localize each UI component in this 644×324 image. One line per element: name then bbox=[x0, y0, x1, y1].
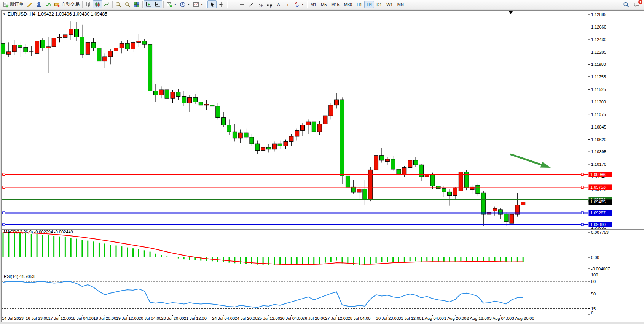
line-handle[interactable] bbox=[3, 223, 5, 226]
time-tick-label: 19 Jul 12:00 bbox=[116, 316, 139, 321]
new-order-button[interactable]: 新订单 bbox=[1, 0, 25, 8]
candle-body bbox=[108, 51, 113, 57]
search-icon bbox=[623, 2, 629, 8]
timeframe-h4[interactable]: H4 bbox=[364, 1, 374, 8]
line-handle[interactable] bbox=[581, 212, 583, 214]
toolbar: 新订单自动交易▼▼▼EFAT▼M1M5M15M30H1H4D1W1MN1 bbox=[0, 0, 644, 9]
candlestick-button[interactable] bbox=[93, 0, 102, 8]
timeframe-h1[interactable]: H1 bbox=[354, 1, 364, 8]
timeframe-mn[interactable]: MN bbox=[395, 1, 406, 8]
time-tick-label: 1 Aug 04:00 bbox=[421, 316, 444, 321]
candle-body bbox=[91, 42, 96, 48]
line-handle[interactable] bbox=[581, 223, 583, 226]
candle-body bbox=[414, 160, 418, 165]
price-tick-label: 1.10620 bbox=[591, 137, 606, 142]
vertical-line-button[interactable] bbox=[228, 0, 238, 8]
timeframe-m15[interactable]: M15 bbox=[329, 1, 341, 8]
resistance-line-1-price-badge: 1.09986 bbox=[589, 172, 612, 177]
candle-body bbox=[153, 91, 158, 95]
price-tick-label: 1.12660 bbox=[591, 25, 606, 29]
candle-body bbox=[289, 136, 293, 142]
candle-body bbox=[402, 168, 406, 174]
resistance-line-2-price-badge: 1.09753 bbox=[589, 184, 612, 190]
candle-body bbox=[238, 133, 242, 138]
time-tick-label: 24 Jul 04:00 bbox=[212, 316, 235, 321]
line-handle[interactable] bbox=[3, 186, 5, 188]
candle-body bbox=[340, 100, 344, 176]
line-handle[interactable] bbox=[3, 173, 5, 176]
horizontal-line-button[interactable] bbox=[238, 0, 247, 8]
channel-button[interactable]: E bbox=[256, 0, 265, 8]
new-order-button-label: 新订单 bbox=[10, 1, 24, 8]
candle-body bbox=[46, 47, 50, 48]
periods-button[interactable]: ▼ bbox=[178, 0, 191, 8]
arrows-button[interactable]: ▼ bbox=[292, 0, 306, 8]
templates-button[interactable]: ▼ bbox=[191, 0, 205, 8]
line-handle[interactable] bbox=[581, 173, 583, 176]
new-chart-button[interactable]: ▼ bbox=[165, 0, 178, 8]
candle-body bbox=[363, 189, 367, 199]
zoom-out-button[interactable] bbox=[123, 0, 132, 8]
cursor-button[interactable] bbox=[207, 0, 217, 8]
timeframe-w1[interactable]: W1 bbox=[384, 1, 395, 8]
candle-body bbox=[266, 147, 271, 149]
candle-body bbox=[329, 105, 333, 116]
bar-chart-button[interactable] bbox=[84, 0, 93, 8]
toolbar-separator bbox=[307, 1, 307, 8]
fibonacci-icon: F bbox=[266, 2, 273, 8]
trendline-button[interactable] bbox=[247, 0, 256, 8]
caret-down-icon: ▼ bbox=[174, 3, 177, 6]
time-tick-label: 3 Aug 20:00 bbox=[512, 316, 534, 321]
toolbar-separator bbox=[163, 1, 164, 8]
svg-text:-0.004007: -0.004007 bbox=[591, 267, 610, 271]
candle-body bbox=[504, 214, 508, 222]
candle-body bbox=[193, 97, 197, 102]
new-order-icon bbox=[3, 2, 9, 8]
candle-body bbox=[278, 144, 282, 146]
line-handle[interactable] bbox=[3, 212, 5, 214]
candle-body bbox=[18, 45, 22, 48]
svg-text:0: 0 bbox=[591, 311, 593, 315]
label-button[interactable]: T bbox=[283, 0, 292, 8]
price-tick-label: 1.11075 bbox=[591, 112, 606, 117]
autotrading-button[interactable]: 自动交易 bbox=[53, 0, 81, 8]
tile-windows-icon bbox=[134, 2, 140, 8]
price-tick-label: 1.10170 bbox=[591, 162, 606, 167]
timeframe-m1-label: M1 bbox=[311, 2, 316, 7]
hline-icon bbox=[239, 2, 245, 8]
text-button[interactable]: A bbox=[274, 0, 283, 8]
auto-scroll-button[interactable] bbox=[144, 0, 153, 8]
autotrading-button-label: 自动交易 bbox=[61, 1, 80, 8]
toolbar-separator bbox=[227, 1, 227, 8]
candle-body bbox=[222, 118, 226, 125]
time-tick-label: 26 Jul 20:00 bbox=[303, 316, 325, 321]
zoom-in-button[interactable] bbox=[114, 0, 123, 8]
line-handle[interactable] bbox=[581, 186, 583, 188]
community-button[interactable] bbox=[34, 0, 43, 8]
candle-body bbox=[182, 96, 186, 103]
time-axis[interactable]: 14 Jul 202316 Jul 23:0017 Jul 12:0018 Ju… bbox=[2, 315, 534, 321]
crosshair-button[interactable] bbox=[217, 0, 226, 8]
timeframe-m1[interactable]: M1 bbox=[308, 1, 319, 8]
price-tick-label: 1.12430 bbox=[591, 37, 606, 42]
fibonacci-button[interactable]: F bbox=[265, 0, 274, 8]
signals-button[interactable] bbox=[43, 0, 53, 8]
chart-canvas: 1.128851.126601.124301.122051.119801.117… bbox=[0, 9, 644, 324]
timeframe-m5[interactable]: M5 bbox=[319, 1, 329, 8]
search-button[interactable] bbox=[622, 0, 631, 8]
chat-button[interactable]: 1 bbox=[632, 0, 641, 8]
line-chart-button[interactable] bbox=[102, 0, 111, 8]
candle-body bbox=[301, 125, 305, 131]
timeframe-d1[interactable]: D1 bbox=[374, 1, 384, 8]
svg-text:1.09287: 1.09287 bbox=[590, 211, 606, 215]
style-brush-button[interactable] bbox=[25, 0, 34, 8]
zoom-in-icon bbox=[115, 2, 121, 8]
line-chart-icon bbox=[104, 2, 110, 8]
timeframe-m30[interactable]: M30 bbox=[342, 1, 354, 8]
candle-body bbox=[374, 156, 378, 170]
svg-text:80: 80 bbox=[591, 279, 596, 284]
clock-icon bbox=[180, 2, 186, 8]
tile-windows-button[interactable] bbox=[132, 0, 141, 8]
chart-shift-button[interactable] bbox=[153, 0, 162, 8]
cursor-icon bbox=[209, 2, 215, 8]
